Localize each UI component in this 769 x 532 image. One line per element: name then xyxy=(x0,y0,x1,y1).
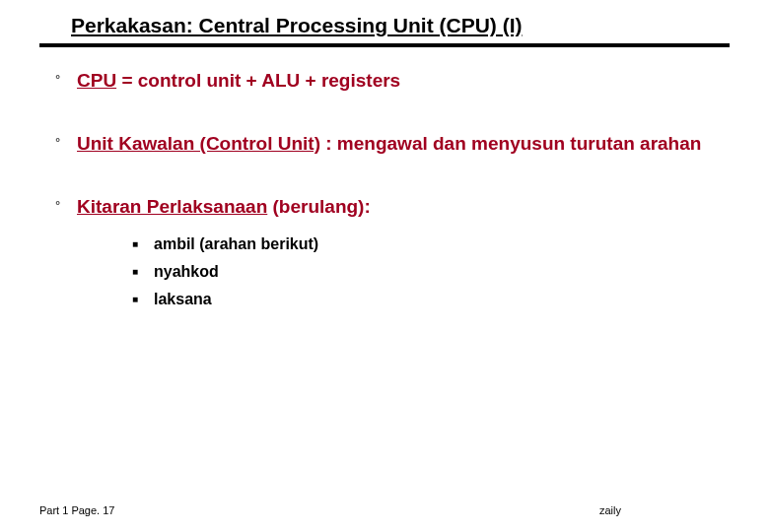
bullet-2-underline: Unit Kawalan (Control Unit) xyxy=(77,133,320,154)
sub-item-3: ■ laksana xyxy=(132,291,726,308)
bullet-1-text: CPU = control unit + ALU + registers xyxy=(77,69,726,93)
slide: Perkakasan: Central Processing Unit (CPU… xyxy=(0,0,769,532)
bullet-3-text: Kitaran Perlaksanaan (berulang): xyxy=(77,195,726,219)
footer-author: zaily xyxy=(599,504,621,516)
bullet-mark: ° xyxy=(55,132,77,154)
bullet-3-rest: (berulang): xyxy=(267,196,371,217)
bullet-1-underline: CPU xyxy=(77,70,116,91)
bullet-mark: ° xyxy=(55,69,77,91)
footer-page: Part 1 Page. 17 xyxy=(39,504,114,516)
sub-item-2-text: nyahkod xyxy=(154,263,219,281)
sub-item-2: ■ nyahkod xyxy=(132,263,726,281)
square-bullet-icon: ■ xyxy=(132,235,154,253)
bullet-1: ° CPU = control unit + ALU + registers xyxy=(55,69,726,93)
sub-list: ■ ambil (arahan berikut) ■ nyahkod ■ lak… xyxy=(132,235,726,308)
square-bullet-icon: ■ xyxy=(132,263,154,281)
sub-item-3-text: laksana xyxy=(154,291,212,308)
bullet-3-underline: Kitaran Perlaksanaan xyxy=(77,196,267,217)
title-rule xyxy=(39,43,730,47)
bullet-1-rest: = control unit + ALU + registers xyxy=(116,70,400,91)
bullet-2: ° Unit Kawalan (Control Unit) : mengawal… xyxy=(55,132,726,156)
sub-item-1-text: ambil (arahan berikut) xyxy=(154,235,318,253)
square-bullet-icon: ■ xyxy=(132,291,154,308)
bullet-3: ° Kitaran Perlaksanaan (berulang): xyxy=(55,195,726,219)
bullet-mark: ° xyxy=(55,195,77,217)
bullet-2-rest: : mengawal dan menyusun turutan arahan xyxy=(320,133,701,154)
sub-item-1: ■ ambil (arahan berikut) xyxy=(132,235,726,253)
slide-body: ° CPU = control unit + ALU + registers °… xyxy=(55,69,726,318)
bullet-2-text: Unit Kawalan (Control Unit) : mengawal d… xyxy=(77,132,726,156)
slide-title: Perkakasan: Central Processing Unit (CPU… xyxy=(71,14,522,37)
